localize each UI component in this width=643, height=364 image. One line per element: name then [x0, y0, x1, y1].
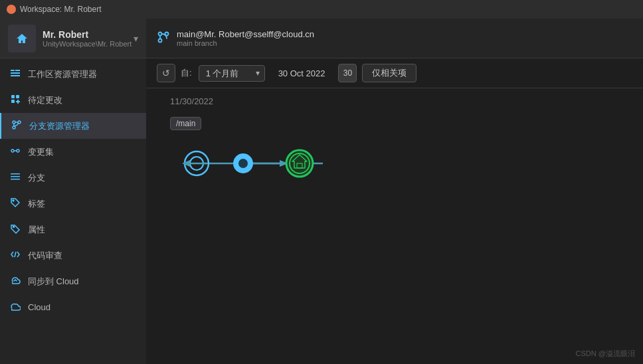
sidebar-item-attributes[interactable]: 属性	[0, 217, 146, 242]
branches-icon	[9, 171, 21, 184]
svg-rect-2	[11, 95, 15, 98]
sidebar-label-branch-manager: 分支资源管理器	[29, 120, 90, 132]
svg-point-0	[9, 7, 14, 12]
branch-sub-label: main branch	[177, 39, 314, 47]
filter-button[interactable]: 仅相关项	[362, 64, 416, 82]
sidebar-label-pending: 待定更改	[28, 94, 62, 106]
sidebar-item-code-review[interactable]: 代码审查	[0, 242, 146, 268]
sidebar-chevron-icon[interactable]: ▾	[134, 33, 138, 44]
svg-line-18	[15, 252, 16, 257]
refresh-icon: ↺	[162, 68, 170, 78]
sidebar-nav: 工作区资源管理器 待定更改 分支资源管理器	[0, 58, 146, 364]
date-display: 30 Oct 2022	[270, 66, 333, 81]
since-select[interactable]: 1 个月前 1 周前 2 个月前	[199, 65, 265, 82]
svg-rect-3	[16, 95, 19, 98]
svg-point-11	[17, 149, 19, 152]
workspace-icon	[9, 68, 21, 80]
cloud-icon	[9, 301, 21, 314]
sidebar-label-cloud: Cloud	[28, 302, 50, 312]
svg-point-10	[11, 149, 14, 152]
sidebar-item-changesets[interactable]: 变更集	[0, 139, 146, 165]
sidebar-label-attributes: 属性	[28, 224, 45, 236]
sidebar-item-tags[interactable]: 标签	[0, 191, 146, 217]
sidebar: Mr. Robert UnityWorkspace\Mr. Robert ▾ 工…	[0, 19, 146, 364]
svg-point-19	[159, 32, 162, 35]
attributes-icon	[9, 223, 21, 236]
since-label: 自:	[181, 67, 192, 79]
sidebar-label-tags: 标签	[28, 198, 45, 210]
sidebar-item-branch-manager[interactable]: 分支资源管理器	[0, 113, 146, 139]
toolbar: ↺ 自: 1 个月前 1 周前 2 个月前 30 Oct 2022 30 仅相关…	[146, 58, 643, 88]
content-header: main@Mr. Robert@sselff@cloud.cn main bra…	[146, 19, 643, 58]
svg-point-5	[13, 121, 15, 124]
svg-point-20	[159, 39, 162, 42]
title-bar: Workspace: Mr. Robert	[0, 0, 643, 19]
sidebar-item-workspace[interactable]: 工作区资源管理器	[0, 61, 146, 87]
title-bar-text: Workspace: Mr. Robert	[20, 5, 101, 14]
sidebar-label-workspace: 工作区资源管理器	[28, 68, 97, 80]
svg-point-7	[13, 126, 15, 129]
svg-point-27	[238, 159, 248, 168]
sidebar-label-sync-cloud: 同步到 Cloud	[28, 276, 79, 288]
sidebar-label-branches: 分支	[28, 172, 45, 184]
branch-info: main@Mr. Robert@sselff@cloud.cn main bra…	[177, 29, 314, 47]
branch-full-name: main@Mr. Robert@sselff@cloud.cn	[177, 29, 314, 39]
refresh-button[interactable]: ↺	[157, 64, 175, 82]
sidebar-item-branches[interactable]: 分支	[0, 165, 146, 191]
workspace-info: Mr. Robert UnityWorkspace\Mr. Robert	[43, 29, 132, 48]
svg-rect-1	[15, 70, 20, 71]
branch-path-label: /main	[170, 117, 201, 130]
workspace-name: Mr. Robert	[43, 29, 132, 40]
sidebar-header: Mr. Robert UnityWorkspace\Mr. Robert ▾	[0, 19, 146, 58]
branch-icon	[157, 31, 170, 46]
app-logo	[7, 5, 16, 14]
svg-rect-15	[11, 179, 20, 180]
svg-rect-13	[11, 173, 20, 175]
sidebar-label-code-review: 代码审查	[28, 250, 62, 262]
branch-manager-icon	[11, 120, 23, 132]
pending-icon	[9, 94, 21, 106]
home-button[interactable]	[8, 25, 36, 52]
svg-rect-4	[11, 100, 15, 103]
svg-point-17	[13, 227, 15, 228]
watermark: CSDN @溢流眼泪	[576, 349, 635, 359]
sync-cloud-icon	[9, 275, 21, 288]
svg-rect-14	[11, 176, 20, 177]
date-header: 11/30/2022	[157, 96, 632, 106]
changesets-icon	[9, 145, 21, 158]
sidebar-label-changesets: 变更集	[28, 146, 54, 158]
tags-icon	[9, 197, 21, 210]
since-select-wrapper: 1 个月前 1 周前 2 个月前	[199, 65, 265, 82]
branch-graph: /main	[157, 117, 632, 187]
branch-graph-svg	[170, 140, 343, 187]
sidebar-item-cloud[interactable]: Cloud	[0, 294, 146, 320]
content-area: main@Mr. Robert@sselff@cloud.cn main bra…	[146, 19, 643, 364]
date-badge[interactable]: 30	[338, 64, 357, 82]
code-review-icon	[9, 249, 21, 262]
sidebar-item-sync-cloud[interactable]: 同步到 Cloud	[0, 268, 146, 294]
workspace-path: UnityWorkspace\Mr. Robert	[43, 40, 132, 48]
main-content: 11/30/2022 /main	[146, 88, 643, 364]
sidebar-item-pending[interactable]: 待定更改	[0, 87, 146, 113]
svg-point-16	[13, 200, 14, 201]
